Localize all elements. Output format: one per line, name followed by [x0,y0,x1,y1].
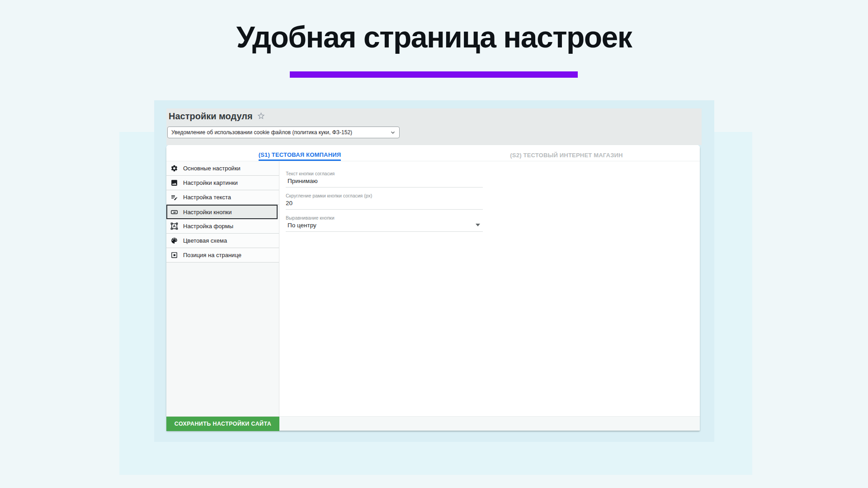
sidebar-item-label: Настройка формы [183,223,233,230]
dropdown-arrow-icon [476,224,480,226]
field-label: Текст кнопки согласия [286,171,483,176]
settings-form: Текст кнопки согласия Принимаю Скруглени… [279,161,700,416]
title-underline-bar [290,71,578,78]
favorite-star-icon[interactable] [257,112,265,120]
field-label: Выравнивание кнопки [286,215,483,221]
tab-site-2[interactable]: (S2) ТЕСТОВЫЙ ИНТЕРНЕТ МАГАЗИН [433,145,700,161]
module-select-value: Уведомление об использовании cookie файл… [171,129,387,136]
tab-site-1-label: (S1) ТЕСТОВАЯ КОМПАНИЯ [259,151,341,161]
sidebar-item-main-settings[interactable]: Основные настройки [166,161,279,176]
field-label: Скругление рамки кнопки согласия (px) [286,193,483,198]
sidebar-item-label: Позиция на странице [183,252,241,258]
position-icon [170,251,178,259]
sidebar-item-image-settings[interactable]: Настройки картинки [166,176,279,190]
panel-header: Настройки модуля Уведомление об использо… [166,108,702,145]
sidebar-item-page-position[interactable]: Позиция на странице [166,248,279,263]
settings-panel: (S1) ТЕСТОВАЯ КОМПАНИЯ (S2) ТЕСТОВЫЙ ИНТ… [166,145,700,431]
gear-icon [170,164,178,172]
sidebar-item-button-settings[interactable]: Настройки кнопки [166,205,278,219]
field-button-text[interactable]: Текст кнопки согласия Принимаю [286,171,483,188]
field-value: Принимаю [286,178,483,184]
tab-site-2-label: (S2) ТЕСТОВЫЙ ИНТЕРНЕТ МАГАЗИН [510,152,623,161]
sidebar-item-label: Настройка текста [183,194,231,201]
page: Удобная страница настроек Настройки моду… [0,0,868,488]
sidebar-item-label: Настройки картинки [183,179,238,186]
text-edit-icon [170,193,178,201]
page-title: Удобная страница настроек [0,20,868,54]
site-tabbar: (S1) ТЕСТОВАЯ КОМПАНИЯ (S2) ТЕСТОВЫЙ ИНТ… [166,145,700,161]
panel-footer: СОХРАНИТЬ НАСТРОЙКИ САЙТА [166,416,700,431]
sidebar-item-label: Настройки кнопки [183,209,231,216]
palette-icon [170,237,178,244]
module-settings-container: Настройки модуля Уведомление об использо… [154,100,714,442]
tab-site-1[interactable]: (S1) ТЕСТОВАЯ КОМПАНИЯ [166,145,433,161]
field-border-radius[interactable]: Скругление рамки кнопки согласия (px) 20 [286,193,483,210]
form-shapes-icon [170,222,178,230]
button-icon [170,208,178,216]
panel-body: Основные настройки Настройки картинки На… [166,161,700,416]
chevron-down-icon [390,130,396,135]
field-value: По центру [286,222,483,229]
field-value: 20 [286,200,483,206]
sidebar-item-text-settings[interactable]: Настройка текста [166,190,279,205]
settings-sidebar: Основные настройки Настройки картинки На… [166,161,279,416]
sidebar-item-color-scheme[interactable]: Цветовая схема [166,234,279,248]
sidebar-item-form-settings[interactable]: Настройка формы [166,219,279,234]
save-site-settings-button[interactable]: СОХРАНИТЬ НАСТРОЙКИ САЙТА [166,417,279,431]
field-button-alignment[interactable]: Выравнивание кнопки По центру [286,215,483,232]
sidebar-item-label: Основные настройки [183,165,241,172]
module-select[interactable]: Уведомление об использовании cookie файл… [167,127,400,138]
panel-title: Настройки модуля [169,111,253,122]
image-icon [170,179,178,187]
sidebar-item-label: Цветовая схема [183,237,227,244]
